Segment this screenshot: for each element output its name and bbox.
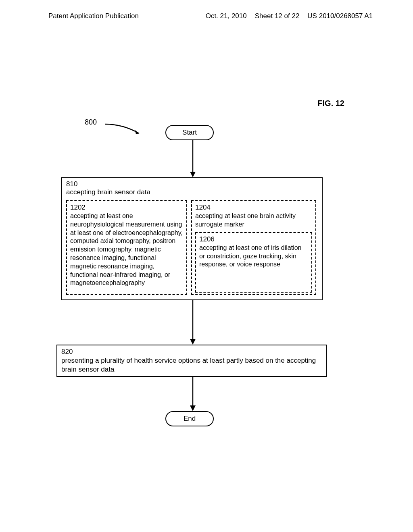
arrow-down-icon	[189, 377, 197, 413]
box-810-inner-container: 1202 accepting at least one neurophysiol…	[66, 200, 318, 295]
page-header: Patent Application Publication Oct. 21, …	[0, 0, 413, 24]
flowchart-box-1202: 1202 accepting at least one neurophysiol…	[66, 200, 187, 295]
box-1206-num: 1206	[199, 235, 215, 243]
box-1206-text: accepting at least one of iris dilation …	[199, 244, 301, 268]
end-label: End	[184, 415, 196, 423]
flowchart-box-820: 820 presenting a plurality of health ser…	[56, 345, 327, 377]
box-1204-text: accepting at least one brain activity su…	[195, 212, 296, 228]
box-1204-num: 1204	[195, 204, 211, 211]
box-810-num: 810	[66, 180, 77, 188]
reference-800: 800	[85, 118, 97, 127]
arrow-down-icon	[189, 300, 197, 347]
start-label: Start	[182, 129, 197, 137]
box-820-text: presenting a plurality of health service…	[61, 357, 316, 373]
svg-marker-2	[190, 172, 196, 177]
header-sheet: Sheet 12 of 22	[255, 12, 300, 20]
header-publication: Patent Application Publication	[48, 12, 139, 20]
start-node: Start	[165, 125, 214, 140]
flowchart-box-1204: 1204 accepting at least one brain activi…	[191, 200, 316, 295]
svg-marker-6	[190, 405, 196, 411]
figure-label: FIG. 12	[317, 99, 344, 108]
arrow-down-icon	[189, 140, 197, 179]
flowchart-box-1206: 1206 accepting at least one of iris dila…	[195, 232, 312, 293]
end-node: End	[165, 411, 214, 426]
box-810-content: 810 accepting brain sensor data	[66, 180, 318, 196]
svg-marker-4	[190, 339, 196, 345]
box-1202-text: accepting at least one neurophysiologica…	[70, 212, 183, 286]
header-right-group: Oct. 21, 2010 Sheet 12 of 22 US 2010/026…	[206, 12, 373, 20]
box-1202-num: 1202	[70, 204, 86, 211]
arrow-800-icon	[103, 122, 143, 138]
header-pubnum: US 2010/0268057 A1	[307, 12, 373, 20]
box-820-num: 820	[61, 348, 73, 355]
box-810-text: accepting brain sensor data	[66, 188, 150, 196]
flowchart-box-810: 810 accepting brain sensor data 1202 acc…	[61, 177, 323, 300]
header-date: Oct. 21, 2010	[206, 12, 247, 20]
